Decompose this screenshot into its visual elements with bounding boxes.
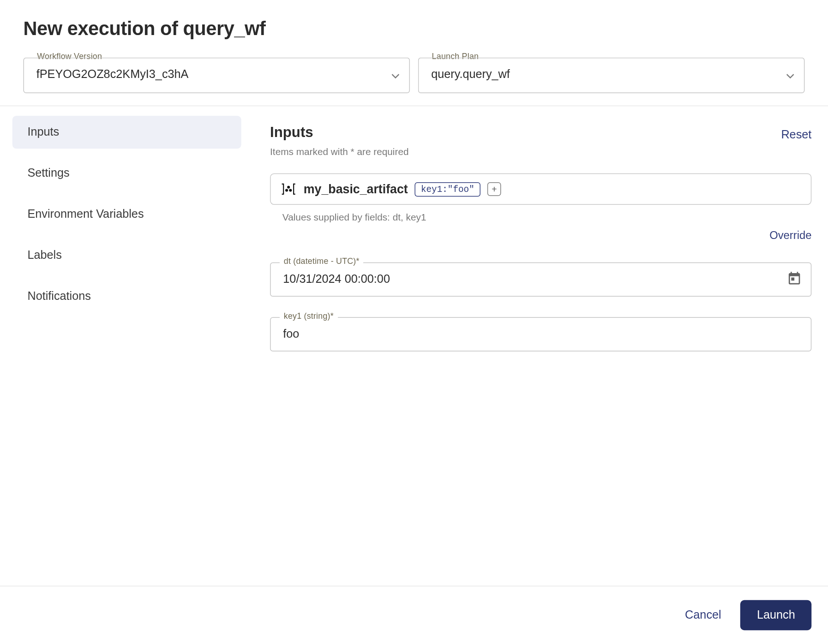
key1-field-wrap: key1 (string)* <box>270 317 811 352</box>
dt-input[interactable] <box>270 262 811 297</box>
add-tag-button[interactable]: + <box>487 182 501 196</box>
sidebar-item-label: Labels <box>27 249 61 262</box>
workflow-version-select[interactable]: fPEYOG2OZ8c2KMyI3_c3hA <box>23 58 410 93</box>
page-title: New execution of query_wf <box>23 18 804 40</box>
artifact-icon <box>280 181 297 197</box>
key1-input[interactable] <box>270 317 811 352</box>
sidebar-item-inputs[interactable]: Inputs <box>12 116 241 149</box>
required-note: Items marked with * are required <box>270 146 408 157</box>
svg-point-0 <box>287 186 290 189</box>
sidebar-item-label: Settings <box>27 167 69 179</box>
sidebar-item-label: Inputs <box>27 125 59 138</box>
section-title: Inputs <box>270 124 408 141</box>
calendar-icon[interactable] <box>787 271 802 289</box>
workflow-version-select-wrap: Workflow Version fPEYOG2OZ8c2KMyI3_c3hA <box>23 58 410 93</box>
cancel-button[interactable]: Cancel <box>685 608 721 622</box>
sidebar-item-settings[interactable]: Settings <box>12 157 241 190</box>
svg-point-2 <box>289 189 292 192</box>
main-panel: Inputs Items marked with * are required … <box>253 106 828 586</box>
sidebar-item-environment-variables[interactable]: Environment Variables <box>12 198 241 231</box>
chevron-down-icon <box>391 69 400 83</box>
sidebar-item-labels[interactable]: Labels <box>12 239 241 272</box>
sidebar-item-label: Environment Variables <box>27 208 144 221</box>
dt-field-label: dt (datetime - UTC)* <box>280 256 364 266</box>
artifact-name: my_basic_artifact <box>304 182 408 196</box>
launch-button[interactable]: Launch <box>740 600 811 630</box>
reset-button[interactable]: Reset <box>781 128 811 142</box>
dt-field-wrap: dt (datetime - UTC)* <box>270 262 811 297</box>
launch-plan-select-wrap: Launch Plan query.query_wf <box>418 58 805 93</box>
artifact-box: my_basic_artifact key1:"foo" + <box>270 173 811 205</box>
chevron-down-icon <box>786 69 794 83</box>
launch-plan-value: query.query_wf <box>431 68 510 81</box>
sidebar-item-notifications[interactable]: Notifications <box>12 280 241 313</box>
sidebar: Inputs Settings Environment Variables La… <box>0 106 253 586</box>
footer: Cancel Launch <box>0 586 828 644</box>
workflow-version-value: fPEYOG2OZ8c2KMyI3_c3hA <box>36 68 189 81</box>
launch-plan-select[interactable]: query.query_wf <box>418 58 805 93</box>
svg-point-1 <box>285 189 288 192</box>
supplied-by-text: Values supplied by fields: dt, key1 <box>282 212 812 223</box>
override-button[interactable]: Override <box>769 229 811 242</box>
sidebar-item-label: Notifications <box>27 290 91 303</box>
key1-field-label: key1 (string)* <box>280 311 338 321</box>
artifact-tag: key1:"foo" <box>415 182 481 196</box>
